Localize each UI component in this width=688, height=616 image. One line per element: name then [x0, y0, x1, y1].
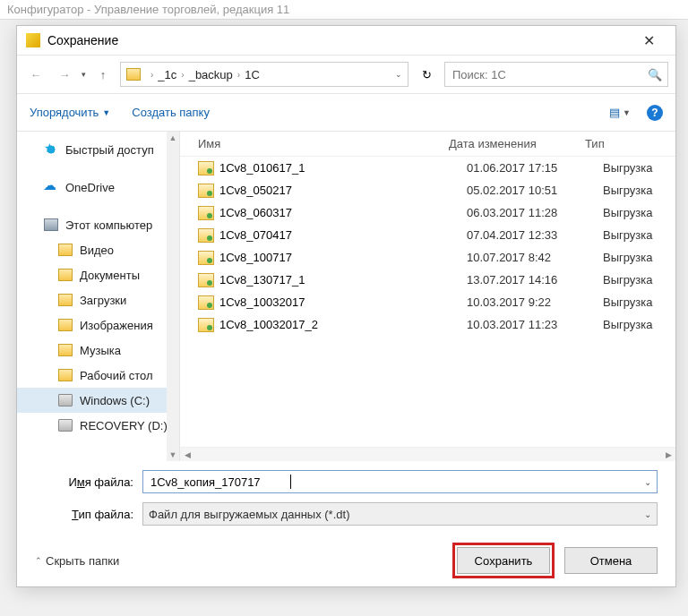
dialog-title: Сохранение [47, 33, 631, 47]
file-list: 1Cv8_010617_101.06.2017 17:15Выгрузка1Cv… [180, 157, 675, 447]
scroll-left-icon[interactable]: ◀ [180, 450, 194, 459]
hide-folders-button[interactable]: ⌃ Скрыть папки [35, 554, 119, 568]
file-type: Выгрузка [603, 161, 653, 175]
search-box[interactable]: 🔍 [444, 62, 668, 87]
file-row[interactable]: 1Cv8_05021705.02.2017 10:51Выгрузка [180, 179, 675, 201]
refresh-button[interactable]: ↻ [414, 62, 439, 87]
file-row[interactable]: 1Cv8_130717_113.07.2017 14:16Выгрузка [180, 269, 675, 291]
breadcrumb-dropdown[interactable]: ⌄ [395, 70, 402, 79]
star-icon [44, 143, 58, 156]
save-dialog: Сохранение ✕ ← → ▾ ↑ › _1c › _backup › 1… [16, 25, 676, 587]
sidebar-item[interactable]: Рабочий стол [17, 363, 179, 388]
sidebar-item-label: Загрузки [80, 294, 126, 307]
search-input[interactable] [451, 67, 648, 82]
text-caret [290, 475, 291, 489]
up-button[interactable]: ↑ [91, 63, 115, 86]
file-type: Выгрузка [603, 318, 653, 331]
file-date: 06.03.2017 11:28 [467, 206, 603, 219]
file-name: 1Cv8_130717_1 [219, 273, 467, 287]
filename-input[interactable] [149, 475, 639, 490]
col-date[interactable]: Дата изменения [449, 137, 585, 150]
file-row[interactable]: 1Cv8_10071710.07.2017 8:42Выгрузка [180, 246, 675, 269]
forward-button[interactable]: → [53, 63, 76, 86]
scroll-right-icon[interactable]: ▶ [661, 450, 675, 459]
sidebar-item-label: Документы [80, 269, 140, 282]
file-row[interactable]: 1Cv8_06031706.03.2017 11:28Выгрузка [180, 201, 675, 224]
filename-combo[interactable]: ⌄ [142, 470, 658, 493]
save-button[interactable]: Сохранить [457, 547, 550, 574]
sidebar-item-label: Музыка [80, 344, 121, 357]
file-icon [198, 318, 214, 332]
chevron-down-icon: ▼ [623, 108, 631, 117]
sidebar-item[interactable]: RECOVERY (D:) [17, 413, 179, 438]
file-icon [198, 184, 214, 198]
file-row[interactable]: 1Cv8_10032017_210.03.2017 11:23Выгрузка [180, 313, 675, 336]
footer: ⌃ Скрыть папки Сохранить Отмена [17, 535, 675, 586]
cloud-icon [44, 181, 58, 193]
close-button[interactable]: ✕ [631, 28, 666, 53]
sidebar-item[interactable]: Документы [17, 262, 179, 287]
chevron-icon: › [233, 70, 245, 80]
sidebar-item[interactable]: Музыка [17, 338, 179, 363]
fold-icon [58, 244, 73, 256]
app-icon [26, 33, 40, 47]
breadcrumb-seg[interactable]: _backup [189, 68, 233, 81]
col-type[interactable]: Тип [585, 137, 675, 150]
sidebar-item-label: Этот компьютер [65, 218, 152, 232]
file-name: 1Cv8_060317 [219, 206, 467, 219]
filetype-value: Файл для выгружаемых данных (*.dt) [149, 508, 639, 521]
col-name[interactable]: Имя [180, 137, 449, 150]
sidebar-item-label: OneDrive [65, 181, 115, 194]
breadcrumb[interactable]: › _1c › _backup › 1C ⌄ [120, 62, 408, 87]
sidebar-item-label: Видео [80, 244, 114, 257]
chevron-down-icon[interactable]: ⌄ [639, 509, 651, 519]
file-type: Выгрузка [603, 228, 653, 242]
filename-label: Имя файла: [35, 475, 142, 489]
sidebar-item[interactable]: OneDrive [17, 175, 179, 200]
sidebar-item[interactable]: Быстрый доступ [17, 137, 179, 162]
filetype-combo[interactable]: Файл для выгружаемых данных (*.dt) ⌄ [142, 502, 658, 526]
fold-icon [58, 319, 73, 331]
file-row[interactable]: 1Cv8_07041707.04.2017 12:33Выгрузка [180, 224, 675, 246]
fold-icon [58, 344, 73, 356]
sidebar-item[interactable]: Изображения [17, 312, 179, 338]
sidebar-item[interactable]: Загрузки [17, 287, 179, 312]
horiz-scrollbar[interactable]: ◀ ▶ [180, 447, 675, 461]
search-icon[interactable]: 🔍 [648, 68, 662, 81]
file-icon [198, 273, 214, 287]
sidebar-item[interactable]: Видео [17, 237, 179, 262]
cancel-button[interactable]: Отмена [564, 547, 658, 574]
pc-icon [44, 218, 58, 231]
sidebar-scrollbar[interactable]: ▲ ▼ [167, 132, 179, 461]
scroll-down-icon[interactable]: ▼ [167, 449, 179, 461]
breadcrumb-seg[interactable]: 1C [245, 68, 260, 81]
chevron-down-icon[interactable]: ⌄ [639, 477, 651, 487]
file-type: Выгрузка [603, 206, 653, 219]
new-folder-button[interactable]: Создать папку [132, 106, 210, 119]
fold-icon [58, 269, 73, 281]
file-pane: Имя Дата изменения Тип 1Cv8_010617_101.0… [180, 132, 675, 461]
scroll-up-icon[interactable]: ▲ [167, 132, 179, 144]
drive-icon [58, 419, 73, 432]
file-name: 1Cv8_10032017_2 [219, 318, 467, 331]
file-row[interactable]: 1Cv8_010617_101.06.2017 17:15Выгрузка [180, 157, 675, 179]
organize-button[interactable]: Упорядочить ▼ [30, 106, 110, 119]
help-button[interactable]: ? [647, 105, 663, 121]
sidebar-item[interactable]: Windows (C:) [17, 388, 179, 413]
file-row[interactable]: 1Cv8_1003201710.03.2017 9:22Выгрузка [180, 291, 675, 313]
sidebar: Быстрый доступOneDriveЭтот компьютерВиде… [17, 132, 180, 461]
file-type: Выгрузка [603, 295, 653, 309]
view-button[interactable]: ▤ ▼ [609, 106, 631, 119]
file-date: 05.02.2017 10:51 [467, 184, 603, 197]
sidebar-item-label: Windows (C:) [80, 394, 150, 407]
sidebar-item[interactable]: Этот компьютер [17, 212, 179, 237]
file-icon [198, 161, 214, 175]
file-name: 1Cv8_050217 [219, 184, 467, 197]
filetype-label: Тип файла: [35, 508, 142, 521]
file-date: 13.07.2017 14:16 [467, 273, 603, 287]
file-icon [198, 295, 214, 310]
history-dropdown-icon[interactable]: ▾ [82, 70, 86, 79]
file-date: 10.03.2017 9:22 [467, 295, 603, 309]
back-button[interactable]: ← [24, 63, 47, 86]
breadcrumb-seg[interactable]: _1c [158, 68, 176, 81]
